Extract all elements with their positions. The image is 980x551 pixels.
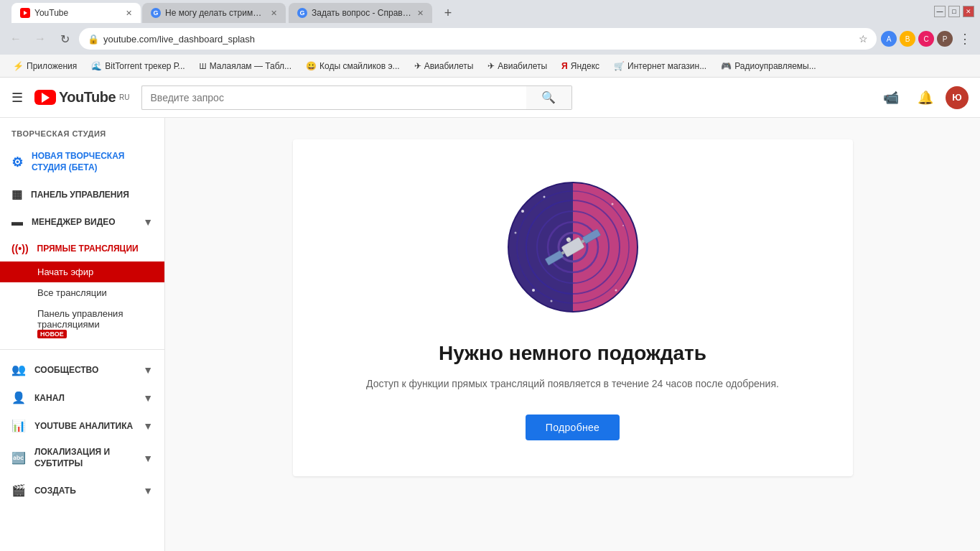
live-dashboard-label: Панель управления трансляциями [37,308,150,330]
video-manager-icon: ▬ [11,216,23,228]
svg-point-16 [611,203,613,205]
bookmark-yandex[interactable]: Я Яндекс [556,60,605,73]
channel-icon: 👤 [11,391,26,404]
reload-button[interactable]: ↻ [55,29,75,49]
svg-point-12 [514,232,516,234]
chrome-extension-1[interactable]: A [881,31,897,47]
profile-icon[interactable]: P [937,31,953,47]
sidebar-item-video-manager[interactable]: ▬ МЕНЕДЖЕР ВИДЕО ▼ [0,208,164,236]
yt-logo-icon [34,90,56,105]
window-controls: — □ ✕ [934,6,974,17]
new-badge: НОВОЕ [37,330,67,338]
tab-google-2[interactable]: G Задать вопрос - Справка - YouT ✕ [289,3,432,23]
gear-icon: ⚙ [11,154,23,170]
svg-point-17 [622,225,624,226]
bookmark-avia2[interactable]: ✈ Авиабилеты [482,60,553,73]
emoji-icon: 😀 [306,61,317,71]
yt-header: ☰ YouTubeRU 🔍 📹 🔔 Ю [0,78,980,118]
sidebar-item-analytics[interactable]: 📊 YOUTUBE АНАЛИТИКА ▼ [0,412,164,440]
dashboard-label: ПАНЕЛЬ УПРАВЛЕНИЯ [31,190,129,200]
browser-extras: A B C P ⋮ [881,31,974,47]
tab-close-1[interactable]: ✕ [126,9,132,18]
tab-close-2[interactable]: ✕ [271,9,277,18]
bookmark-radio[interactable]: 🎮 Радиоуправляемы... [715,60,822,73]
sidebar-item-localization[interactable]: 🔤 ЛОКАЛИЗАЦИЯ И СУБТИТРЫ ▼ [0,440,164,476]
splash-card: Нужно немного подождать Доступ к функции… [293,139,853,476]
analytics-chevron: ▼ [143,420,153,432]
tab-google-1[interactable]: G Не могу делать стримы прошл... ✕ [142,3,286,23]
search-input[interactable] [141,85,526,110]
bookmark-bittorrent[interactable]: 🌊 BitTorrent трекер Р... [85,60,190,73]
all-live-label: Все трансляции [37,287,107,298]
yt-logo[interactable]: YouTubeRU [34,89,130,106]
bookmark-malayalam[interactable]: Ш Малаялам — Табл... [194,60,297,73]
sidebar-sub-item-all-live[interactable]: Все трансляции [0,282,164,303]
splash-title: Нужно немного подождать [439,342,706,365]
bookmark-avia1[interactable]: ✈ Авиабилеты [409,60,480,73]
address-bar[interactable]: 🔒 youtube.com/live_dashboard_splash ☆ [79,28,877,50]
svg-point-18 [615,290,617,292]
sidebar-section-title: ТВОРЧЕСКАЯ СТУДИЯ [0,118,164,144]
browser-window: YouTube ✕ G Не могу делать стримы прошл.… [0,0,980,551]
avatar[interactable]: Ю [946,86,969,109]
create-chevron: ▼ [143,485,153,496]
sidebar-item-new-studio[interactable]: ⚙ НОВАЯ ТВОРЧЕСКАЯ СТУДИЯ (БЕТА) [0,144,164,180]
localization-icon: 🔤 [11,451,26,465]
bookmark-apps[interactable]: ⚡ Приложения [7,60,83,73]
new-tab-button[interactable]: + [438,3,458,23]
video-manager-chevron: ▼ [143,216,153,228]
channel-label: КАНАЛ [34,393,134,403]
search-button[interactable]: 🔍 [526,85,572,110]
yt-logo-lang: RU [119,93,129,101]
bookmark-shop[interactable]: 🛒 Интернет магазин... [608,60,712,73]
menu-icon[interactable]: ⋮ [956,31,974,47]
avia1-icon: ✈ [414,61,421,71]
chrome-extension-3[interactable]: C [918,31,934,47]
sidebar-item-dashboard[interactable]: ▦ ПАНЕЛЬ УПРАВЛЕНИЯ [0,180,164,208]
community-label: СООБЩЕСТВО [34,365,134,375]
back-button[interactable]: ← [6,29,26,49]
svg-point-13 [532,289,535,292]
maximize-button[interactable]: □ [948,6,960,17]
search-bar: 🔍 [141,85,572,110]
live-icon: ((•)) [11,243,29,254]
dashboard-icon: ▦ [11,187,22,201]
lock-icon: 🔒 [88,34,99,45]
tab-favicon-1 [20,8,30,18]
learn-more-button[interactable]: Подробнее [526,415,620,440]
tab-close-3[interactable]: ✕ [417,9,424,18]
main-content: Нужно немного подождать Доступ к функции… [165,118,980,551]
address-text: youtube.com/live_dashboard_splash [103,34,854,45]
bookmarks-bar: ⚡ Приложения 🌊 BitTorrent трекер Р... Ш … [0,55,980,78]
start-live-label: Начать эфир [37,267,93,277]
bittorrent-icon: 🌊 [91,61,102,71]
minimize-button[interactable]: — [934,6,946,17]
shop-icon: 🛒 [614,61,625,71]
tab-youtube[interactable]: YouTube ✕ [11,3,141,23]
tab-favicon-2: G [151,8,161,18]
analytics-icon: 📊 [11,419,26,432]
hamburger-menu[interactable]: ☰ [11,90,23,106]
sidebar-sub-item-start-live[interactable]: Начать эфир [0,261,164,282]
notifications-button[interactable]: 🔔 [911,83,940,112]
bookmark-emoji[interactable]: 😀 Коды смайликов э... [300,60,406,73]
sidebar: ТВОРЧЕСКАЯ СТУДИЯ ⚙ НОВАЯ ТВОРЧЕСКАЯ СТУ… [0,118,165,551]
sidebar-item-create[interactable]: 🎬 СОЗДАТЬ ▼ [0,476,164,504]
satellite-illustration [501,175,645,319]
star-icon[interactable]: ☆ [859,33,868,45]
sidebar-item-channel[interactable]: 👤 КАНАЛ ▼ [0,384,164,412]
malayalam-icon: Ш [200,62,207,70]
sidebar-item-community[interactable]: 👥 СООБЩЕСТВО ▼ [0,356,164,384]
chrome-extension-2[interactable]: B [900,31,915,47]
create-label: СОЗДАТЬ [34,486,134,496]
close-button[interactable]: ✕ [963,6,974,17]
video-manager-label: МЕНЕДЖЕР ВИДЕО [32,217,134,227]
live-label: ПРЯМЫЕ ТРАНСЛЯЦИИ [37,244,153,254]
svg-point-11 [543,196,545,198]
yt-logo-text: YouTube [59,89,116,106]
forward-button[interactable]: → [30,29,50,49]
sidebar-sub-item-live-dashboard[interactable]: Панель управления трансляциями НОВОЕ [0,303,164,343]
sidebar-item-live[interactable]: ((•)) ПРЯМЫЕ ТРАНСЛЯЦИИ [0,236,164,261]
apps-icon: ⚡ [13,61,24,71]
upload-button[interactable]: 📹 [877,83,905,112]
